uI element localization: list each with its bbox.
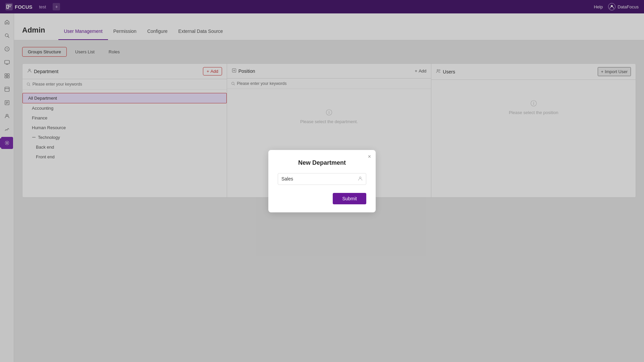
submit-button[interactable]: Submit	[333, 193, 366, 204]
modal-overlay[interactable]: × New Department Submit	[0, 0, 644, 362]
modal-input-wrap	[278, 173, 366, 185]
svg-point-39	[360, 177, 361, 178]
modal-input-icon	[358, 176, 363, 182]
modal-footer: Submit	[278, 193, 366, 204]
department-name-input[interactable]	[281, 176, 358, 182]
new-department-modal: × New Department Submit	[268, 150, 376, 212]
modal-close-button[interactable]: ×	[368, 154, 371, 159]
modal-title: New Department	[278, 159, 366, 166]
